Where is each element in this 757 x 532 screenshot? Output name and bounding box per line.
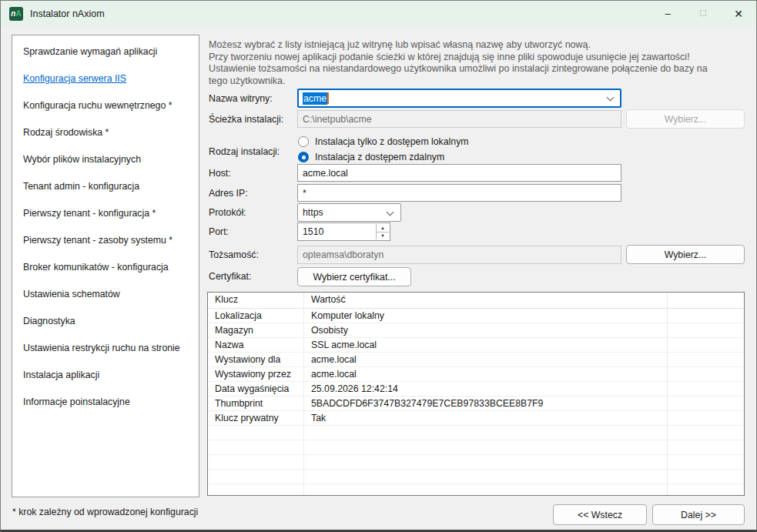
sidebar-item-informacje-poinstalacyjne[interactable]: Informacje poinstalacyjne bbox=[23, 396, 194, 423]
sidebar-item-instalacja-aplikacji[interactable]: Instalacja aplikacji bbox=[23, 369, 194, 396]
sidebar-item-wybor-plikow[interactable]: Wybór plików instalacyjnych bbox=[23, 153, 194, 180]
text-caret bbox=[327, 92, 329, 104]
table-row[interactable]: MagazynOsobisty bbox=[208, 323, 744, 338]
sidebar-item-diagnostyka[interactable]: Diagnostyka bbox=[23, 315, 194, 342]
site-name-label: Nazwa witryny: bbox=[209, 93, 273, 104]
sidebar-item-ustawienia-schematow[interactable]: Ustawienia schematów bbox=[23, 288, 194, 315]
install-path-field bbox=[297, 110, 621, 128]
port-label: Port: bbox=[209, 226, 229, 237]
table-row[interactable]: NazwaSSL acme.local bbox=[208, 338, 744, 353]
radio-remote-access[interactable]: Instalacja z dostępem zdalnym bbox=[298, 152, 444, 162]
maximize-icon: ☐ bbox=[685, 1, 721, 26]
site-name-combobox[interactable]: acme bbox=[297, 89, 621, 108]
table-header-row: Klucz Wartość bbox=[208, 293, 744, 309]
description-line: Możesz wybrać z listy istniejącą już wit… bbox=[209, 39, 708, 52]
sidebar-item-sprawdzanie-wymagan[interactable]: Sprawdzanie wymagań aplikacji bbox=[23, 45, 194, 72]
table-empty-row bbox=[208, 484, 744, 496]
choose-certificate-button[interactable]: Wybierz certyfikat... bbox=[297, 267, 411, 286]
install-path-label: Ścieżka instalacji: bbox=[209, 114, 283, 125]
site-name-value: acme bbox=[303, 92, 327, 105]
window-title: Instalator nAxiom bbox=[30, 8, 105, 19]
ip-label: Adres IP: bbox=[209, 188, 248, 199]
port-stepper[interactable]: 1510 ▲ ▼ bbox=[297, 223, 390, 241]
column-header-wartosc[interactable]: Wartość bbox=[304, 293, 668, 308]
ip-field[interactable] bbox=[297, 184, 621, 202]
table-row[interactable]: Klucz prywatnyTak bbox=[208, 411, 744, 426]
step-description: Możesz wybrać z listy istniejącą już wit… bbox=[209, 39, 708, 87]
certificate-table: Klucz Wartość LokalizacjaKomputer lokaln… bbox=[207, 292, 745, 496]
radio-checked-icon[interactable] bbox=[298, 152, 309, 162]
sidebar-item-restrykcje-ruchu[interactable]: Ustawienia restrykcji ruchu na stronie bbox=[23, 342, 194, 369]
installer-window: nA Instalator nAxiom – ☐ ✕ Sprawdzanie w… bbox=[0, 0, 757, 532]
sidebar-item-broker-komunikatow[interactable]: Broker komunikatów - konfiguracja bbox=[23, 261, 194, 288]
spin-up-icon[interactable]: ▲ bbox=[377, 224, 389, 233]
chevron-down-icon bbox=[607, 94, 615, 102]
back-button[interactable]: << Wstecz bbox=[553, 504, 647, 525]
sidebar-item-pierwszy-tenant-konfiguracja[interactable]: Pierwszy tenant - konfiguracja * bbox=[23, 207, 194, 234]
next-button[interactable]: Dalej >> bbox=[652, 504, 745, 525]
table-empty-row bbox=[208, 455, 744, 470]
certificate-label: Certyfikat: bbox=[209, 271, 251, 282]
radio-icon[interactable] bbox=[298, 136, 309, 147]
table-row[interactable]: Wystawiony dlaacme.local bbox=[208, 353, 744, 367]
titlebar: nA Instalator nAxiom – ☐ ✕ bbox=[1, 1, 756, 26]
description-line: Ustawienie tożsamości na niestandardoweg… bbox=[209, 63, 708, 87]
table-row[interactable]: LokalizacjaKomputer lokalny bbox=[208, 309, 744, 323]
protocol-label: Protokół: bbox=[209, 207, 246, 218]
install-type-label: Rodzaj instalacji: bbox=[209, 146, 280, 157]
table-empty-row bbox=[208, 440, 744, 455]
app-logo-icon: nA bbox=[9, 7, 23, 21]
sidebar-item-tenant-admin[interactable]: Tenant admin - konfiguracja bbox=[23, 180, 194, 207]
description-line: Przy tworzeniu nowej aplikacji podanie ś… bbox=[209, 52, 708, 64]
sidebar-item-pierwszy-tenant-zasoby[interactable]: Pierwszy tenant - zasoby systemu * bbox=[23, 234, 194, 261]
column-header-klucz[interactable]: Klucz bbox=[208, 293, 304, 308]
install-path-browse-button: Wybierz... bbox=[626, 109, 745, 129]
sidebar-item-rodzaj-srodowiska[interactable]: Rodzaj środowiska * bbox=[23, 126, 194, 153]
host-label: Host: bbox=[209, 168, 231, 179]
identity-browse-button[interactable]: Wybierz... bbox=[626, 245, 745, 264]
table-row[interactable]: Data wygaśnięcia25.09.2026 12:42:14 bbox=[208, 382, 744, 396]
identity-label: Tożsamość: bbox=[209, 249, 259, 260]
radio-local-access[interactable]: Instalacja tylko z dostępem lokalnym bbox=[298, 136, 469, 147]
step-footnote: * krok zależny od wprowadzonej konfigura… bbox=[12, 507, 198, 517]
spin-down-icon[interactable]: ▼ bbox=[377, 233, 389, 240]
close-icon[interactable]: ✕ bbox=[721, 1, 756, 26]
sidebar-item-ruch-wewnetrzny[interactable]: Konfiguracja ruchu wewnętrznego * bbox=[23, 99, 194, 126]
table-empty-row bbox=[208, 470, 744, 484]
minimize-icon[interactable]: – bbox=[650, 1, 685, 26]
protocol-select[interactable]: https bbox=[297, 203, 401, 222]
chevron-down-icon bbox=[387, 209, 394, 216]
table-row[interactable]: Wystawiony przezacme.local bbox=[208, 367, 744, 382]
host-field[interactable] bbox=[297, 164, 621, 182]
table-empty-row bbox=[208, 426, 744, 440]
protocol-value: https bbox=[303, 207, 323, 218]
steps-sidebar: Sprawdzanie wymagań aplikacji Konfigurac… bbox=[12, 35, 199, 497]
port-value: 1510 bbox=[303, 226, 323, 237]
identity-field bbox=[297, 246, 621, 264]
sidebar-item-konfiguracja-serwera-iis[interactable]: Konfiguracja serwera IIS bbox=[23, 72, 194, 99]
table-row[interactable]: Thumbprint5BADCDFD6F3747B327479E7CEB9783… bbox=[208, 396, 744, 411]
